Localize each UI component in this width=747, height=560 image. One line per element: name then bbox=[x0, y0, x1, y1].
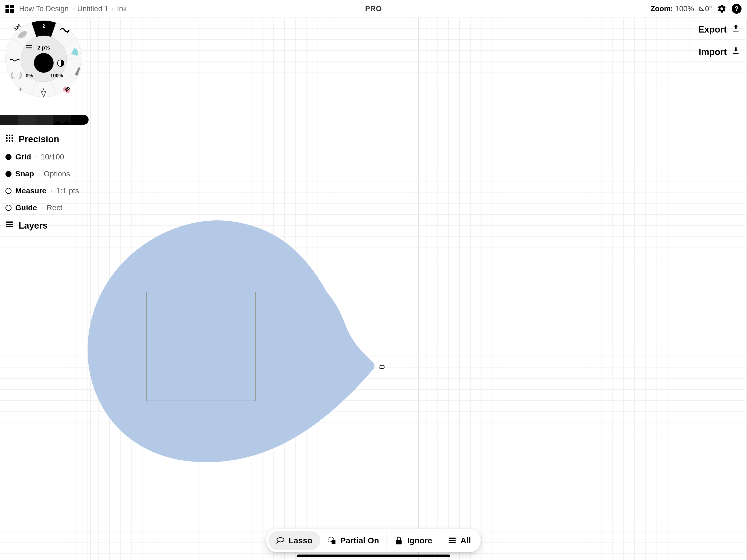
svg-rect-29 bbox=[6, 222, 13, 223]
svg-point-24 bbox=[9, 137, 10, 139]
layers-section-header[interactable]: Layers bbox=[5, 221, 85, 231]
zoom-label: Zoom: bbox=[650, 5, 673, 13]
export-icon bbox=[731, 24, 741, 35]
import-icon bbox=[731, 46, 741, 58]
right-actions: Export Import bbox=[690, 21, 741, 61]
opacity-right-label: 100% bbox=[50, 73, 63, 79]
recent-colors-strip[interactable] bbox=[0, 115, 88, 125]
measure-row[interactable]: Measure › 1:1 pts bbox=[5, 186, 85, 195]
grid-row[interactable]: Grid › 10/100 bbox=[5, 153, 85, 161]
angle-icon bbox=[699, 6, 705, 12]
layers-stack-icon bbox=[5, 221, 14, 231]
precision-section-header[interactable]: Precision bbox=[5, 134, 85, 144]
lasso-mode-button[interactable]: Lasso bbox=[268, 531, 320, 550]
chevron-right-icon: › bbox=[112, 5, 114, 12]
breadcrumb-item-1[interactable]: How To Design bbox=[19, 5, 69, 13]
svg-point-26 bbox=[6, 140, 8, 142]
svg-rect-31 bbox=[6, 226, 13, 227]
svg-point-28 bbox=[11, 140, 13, 142]
partial-selection-icon bbox=[328, 536, 336, 545]
svg-point-0 bbox=[379, 365, 385, 368]
svg-point-27 bbox=[9, 140, 10, 142]
svg-rect-30 bbox=[6, 224, 13, 225]
lasso-cursor-icon bbox=[379, 365, 386, 370]
grid-dots-icon bbox=[5, 134, 14, 144]
brush-tool-wheel[interactable]: 2 pts 2 0% 100% 120 1 1 20 bbox=[3, 15, 85, 100]
opacity-left-label: 0% bbox=[26, 73, 33, 79]
ignore-mode-button[interactable]: Ignore bbox=[387, 531, 440, 550]
brush-size-label[interactable]: 2 pts bbox=[3, 45, 85, 51]
svg-point-20 bbox=[6, 134, 8, 136]
svg-point-16 bbox=[34, 53, 54, 73]
partial-mode-button[interactable]: Partial On bbox=[320, 531, 387, 550]
breadcrumb: How To Design › Untitled 1 › Ink bbox=[19, 5, 127, 13]
breadcrumb-item-2[interactable]: Untitled 1 bbox=[77, 5, 108, 13]
pro-badge: PRO bbox=[365, 5, 382, 13]
measure-toggle[interactable] bbox=[5, 188, 11, 194]
zoom-value[interactable]: 100% bbox=[675, 5, 694, 13]
settings-gear-icon[interactable] bbox=[717, 4, 727, 14]
home-indicator bbox=[297, 555, 450, 557]
home-grid-icon[interactable] bbox=[5, 5, 14, 13]
selection-bounding-rect bbox=[146, 292, 256, 401]
lock-icon bbox=[394, 536, 403, 545]
snap-row[interactable]: Snap › Options bbox=[5, 170, 85, 178]
left-panel: Precision Grid › 10/100 Snap › Options M… bbox=[5, 134, 85, 231]
svg-point-23 bbox=[6, 137, 8, 139]
svg-rect-37 bbox=[449, 540, 456, 541]
layers-icon bbox=[448, 536, 457, 545]
svg-point-32 bbox=[277, 538, 284, 542]
snap-toggle[interactable] bbox=[5, 171, 11, 177]
export-button[interactable]: Export bbox=[698, 24, 741, 35]
breadcrumb-item-3[interactable]: Ink bbox=[117, 5, 127, 13]
all-mode-button[interactable]: All bbox=[440, 531, 479, 550]
lasso-icon bbox=[276, 536, 285, 545]
chevron-right-icon: › bbox=[72, 5, 74, 12]
guide-toggle[interactable] bbox=[5, 205, 11, 211]
selection-mode-toolbar: Lasso Partial On Ignore All bbox=[266, 529, 481, 552]
drawing-canvas[interactable] bbox=[0, 18, 747, 560]
guide-row[interactable]: Guide › Rect bbox=[5, 203, 85, 212]
svg-rect-34 bbox=[331, 540, 335, 544]
svg-rect-35 bbox=[396, 540, 402, 544]
svg-point-25 bbox=[11, 137, 13, 139]
svg-rect-36 bbox=[449, 538, 456, 539]
rotation-value[interactable]: 0° bbox=[699, 5, 712, 13]
grid-toggle[interactable] bbox=[5, 154, 11, 160]
svg-point-21 bbox=[9, 134, 10, 136]
import-button[interactable]: Import bbox=[699, 46, 741, 58]
help-icon[interactable]: ? bbox=[732, 4, 742, 14]
top-bar: How To Design › Untitled 1 › Ink PRO Zoo… bbox=[0, 0, 747, 18]
svg-point-22 bbox=[11, 134, 13, 136]
svg-rect-38 bbox=[449, 542, 456, 543]
